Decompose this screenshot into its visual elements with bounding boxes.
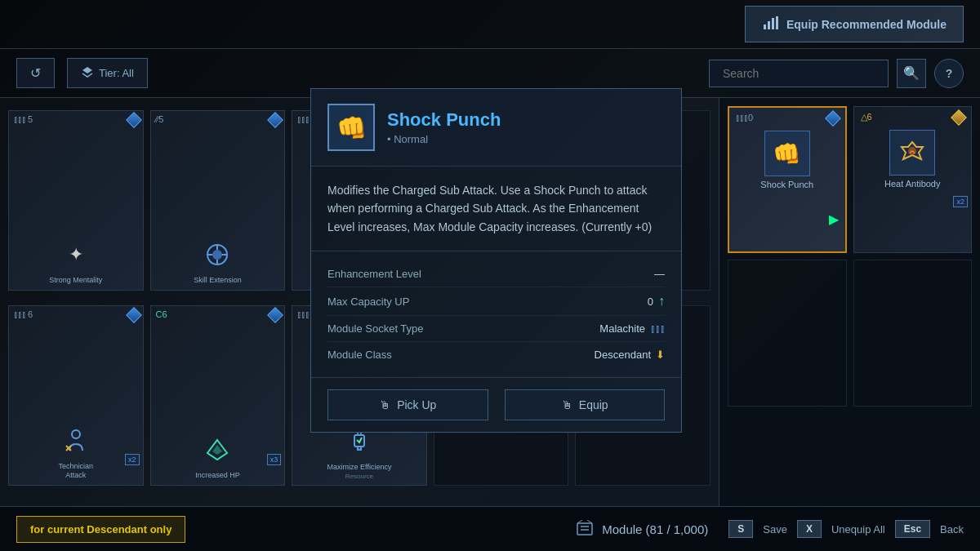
list-item[interactable]: △6 x2 Heat Antibody xyxy=(853,106,973,253)
help-icon: ? xyxy=(946,67,953,80)
stat-value: — xyxy=(654,268,665,280)
module-label: TechnicianAttack xyxy=(59,462,94,480)
popup-stats: Enhancement Level — Max Capacity UP 0 ↑ … xyxy=(311,251,681,378)
bottom-right: Module (81 / 1,000) S Save X Unequip All… xyxy=(576,520,964,539)
search-input[interactable] xyxy=(709,60,889,87)
list-item[interactable]: ⫿⫿⫿0 👊 Shock Punch ▶ xyxy=(728,106,847,253)
module-count-label: Module (81 / 1,000) xyxy=(602,522,708,536)
layers-icon xyxy=(81,65,94,81)
popup-subtitle: • Normal xyxy=(387,133,501,145)
svg-rect-2 xyxy=(772,18,774,29)
list-item[interactable]: ⁄⁄5 Skill Extension xyxy=(150,110,286,291)
gem-icon xyxy=(953,112,964,123)
popup-icon: 👊 xyxy=(327,104,375,151)
list-item[interactable]: ⫿⫿⫿5 ✦ Strong Mentality xyxy=(8,110,144,291)
popup-actions: 🖱 Pick Up 🖱 Equip xyxy=(311,378,681,432)
gem-icon xyxy=(827,113,839,124)
bottom-bar: for current Descendant only Module (81 /… xyxy=(0,506,980,551)
search-icon: 🔍 xyxy=(903,65,920,81)
right-panel: ⫿⫿⫿0 👊 Shock Punch ▶ △6 x2 xyxy=(719,98,980,506)
tier-filter-label: Tier: All xyxy=(99,67,134,79)
equip-recommended-label: Equip Recommended Module xyxy=(786,18,947,31)
stat-value: Malachite ⫿⫿⫿ xyxy=(599,322,665,335)
tier-label: C6 xyxy=(156,309,167,319)
chart-icon xyxy=(762,15,778,33)
module-icon xyxy=(889,130,935,176)
svg-point-13 xyxy=(72,430,80,438)
stat-row: Max Capacity UP 0 ↑ xyxy=(327,287,665,316)
bottom-left: for current Descendant only xyxy=(16,516,185,543)
category-label: Resource xyxy=(345,473,373,480)
pickup-button[interactable]: 🖱 Pick Up xyxy=(327,389,488,420)
svg-point-5 xyxy=(212,250,222,260)
module-icon: ✦ xyxy=(58,237,94,273)
back-key: Esc xyxy=(895,520,930,538)
tier-label: ⁄⁄5 xyxy=(156,114,164,124)
cursor-indicator: ▶ xyxy=(829,211,839,227)
tier-filter-button[interactable]: Tier: All xyxy=(67,58,148,88)
popup-description: Modifies the Charged Sub Attack. Use a S… xyxy=(311,167,681,251)
module-label: Skill Extension xyxy=(194,276,242,285)
module-count-icon xyxy=(576,520,594,539)
gem-icon xyxy=(128,309,140,321)
equip-button[interactable]: 🖱 Equip xyxy=(505,389,666,420)
stat-label: Enhancement Level xyxy=(327,268,421,280)
stat-label: Module Socket Type xyxy=(327,322,424,335)
unequip-all-key: X xyxy=(797,520,822,538)
module-label: Shock Punch xyxy=(760,180,813,189)
badge-x2: x2 xyxy=(953,196,968,207)
badge-x3: x3 xyxy=(267,454,282,465)
svg-rect-3 xyxy=(776,16,778,29)
gem-icon xyxy=(270,114,281,126)
reset-button[interactable]: ↺ xyxy=(16,58,55,88)
module-label: Increased HP xyxy=(195,471,240,480)
svg-rect-0 xyxy=(764,24,766,29)
equip-recommended-button[interactable]: Equip Recommended Module xyxy=(745,6,964,42)
search-button[interactable]: 🔍 xyxy=(897,59,926,88)
module-label: Strong Mentality xyxy=(49,276,102,285)
tier-label: ⫿⫿⫿6 xyxy=(14,309,33,319)
save-key: S xyxy=(728,520,753,538)
gem-icon xyxy=(270,309,281,321)
popup-title: Shock Punch xyxy=(387,109,501,131)
top-bar: Equip Recommended Module xyxy=(0,0,980,49)
back-label: Back xyxy=(940,523,964,535)
detail-popup: 👊 Shock Punch • Normal Modifies the Char… xyxy=(310,88,682,433)
module-icon: 👊 xyxy=(764,131,810,176)
module-icon xyxy=(199,432,235,468)
svg-rect-19 xyxy=(577,523,592,535)
save-label: Save xyxy=(763,523,787,535)
popup-header: 👊 Shock Punch • Normal xyxy=(311,89,681,167)
stat-value: Descendant ⬇ xyxy=(595,349,665,361)
right-card-grid: ⫿⫿⫿0 👊 Shock Punch ▶ △6 x2 xyxy=(728,106,972,411)
mouse-icon: 🖱 xyxy=(379,398,390,411)
stat-row: Module Class Descendant ⬇ xyxy=(327,342,665,367)
module-label: Heat Antibody xyxy=(884,179,941,189)
stat-row: Module Socket Type Malachite ⫿⫿⫿ xyxy=(327,316,665,342)
pickup-label: Pick Up xyxy=(397,398,436,411)
module-icon xyxy=(58,423,94,459)
list-item[interactable] xyxy=(853,260,973,407)
module-count: Module (81 / 1,000) xyxy=(576,520,708,539)
search-container: 🔍 ? xyxy=(709,59,964,88)
list-item[interactable] xyxy=(728,260,847,407)
stat-label: Max Capacity UP xyxy=(327,295,409,308)
svg-rect-1 xyxy=(768,21,770,29)
refresh-icon: ↺ xyxy=(30,65,41,81)
module-icon xyxy=(199,237,235,273)
stat-label: Module Class xyxy=(327,349,392,361)
tier-label: ⫿⫿⫿0 xyxy=(736,113,753,122)
stat-row: Enhancement Level — xyxy=(327,261,665,287)
badge-x2: x2 xyxy=(125,454,140,465)
help-button[interactable]: ? xyxy=(934,59,964,88)
list-item[interactable]: ⫿⫿⫿6 x2 TechnicianAttack xyxy=(8,305,144,486)
list-item[interactable]: C6 x3 Increased HP xyxy=(150,305,286,486)
module-label: Maximize Efficiency xyxy=(327,463,392,472)
tier-label: ⫿⫿⫿5 xyxy=(14,114,33,124)
tier-label: △6 xyxy=(861,112,872,122)
stat-value: 0 ↑ xyxy=(648,294,665,309)
popup-title-area: Shock Punch • Normal xyxy=(387,109,501,145)
bottom-controls: S Save X Unequip All Esc Back xyxy=(728,520,964,538)
descendant-notice: for current Descendant only xyxy=(16,516,185,543)
mouse-icon: 🖱 xyxy=(561,398,572,411)
